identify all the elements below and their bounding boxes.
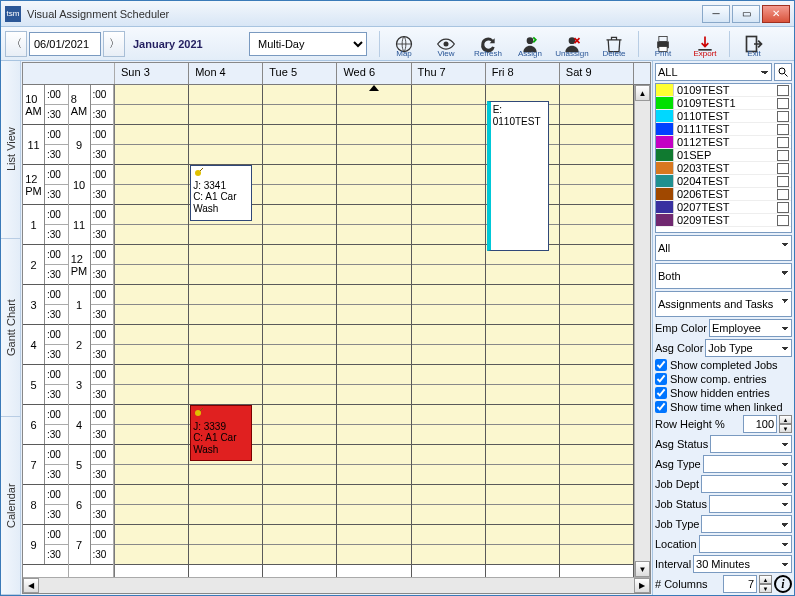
employee-row[interactable]: 0209TEST <box>656 214 791 227</box>
refresh-button[interactable]: Refresh <box>468 29 508 59</box>
day-column[interactable] <box>412 85 486 577</box>
job-dept-select[interactable] <box>701 475 792 493</box>
day-column[interactable] <box>337 85 411 577</box>
hour-label: 11 <box>23 125 45 164</box>
columns-spinner[interactable]: ▲▼ <box>759 575 772 593</box>
filter-assignments-select[interactable]: Assignments and Tasks <box>655 291 792 317</box>
employee-checkbox[interactable] <box>777 215 789 226</box>
location-select[interactable] <box>699 535 792 553</box>
employee-row[interactable]: 0109TEST1 <box>656 97 791 110</box>
columns-input[interactable] <box>723 575 757 593</box>
interval-select[interactable]: 30 Minutes <box>693 555 792 573</box>
employee-checkbox[interactable] <box>777 111 789 122</box>
maximize-button[interactable]: ▭ <box>732 5 760 23</box>
chk-show-comp-entries[interactable]: Show comp. entries <box>655 373 792 385</box>
employee-checkbox[interactable] <box>777 176 789 187</box>
employee-row[interactable]: 01SEP <box>656 149 791 162</box>
day-header[interactable]: Mon 4 <box>189 63 263 84</box>
next-button[interactable]: 〉 <box>103 31 125 57</box>
horizontal-scrollbar[interactable]: ◀ ▶ <box>23 577 650 593</box>
employee-row[interactable]: 0207TEST <box>656 201 791 214</box>
employee-row[interactable]: 0109TEST <box>656 84 791 97</box>
asg-color-select[interactable]: Job Type <box>705 339 792 357</box>
hour-label: 6 <box>23 405 45 444</box>
export-button[interactable]: Export <box>685 29 725 59</box>
employee-checkbox[interactable] <box>777 137 789 148</box>
day-column[interactable] <box>560 85 634 577</box>
day-column[interactable]: J: 3341C: A1 CarWashJ: 3339C: A1 CarWash <box>189 85 263 577</box>
day-header[interactable]: Sat 9 <box>560 63 634 84</box>
delete-button[interactable]: Delete <box>594 29 634 59</box>
employee-list[interactable]: 0109TEST0109TEST10110TEST0111TEST0112TES… <box>655 83 792 233</box>
employee-row[interactable]: 0206TEST <box>656 188 791 201</box>
tab-gantt-chart[interactable]: Gantt Chart <box>1 239 20 417</box>
window-title: Visual Assignment Scheduler <box>27 8 702 20</box>
scroll-right-button[interactable]: ▶ <box>634 578 650 593</box>
tab-list-view[interactable]: List View <box>1 61 20 239</box>
day-column[interactable]: E:0110TEST <box>486 85 560 577</box>
asg-color-label: Asg Color <box>655 342 703 354</box>
chk-show-time-linked[interactable]: Show time when linked <box>655 401 792 413</box>
appointment-card[interactable]: J: 3341C: A1 CarWash <box>190 165 252 221</box>
employee-checkbox[interactable] <box>777 85 789 96</box>
view-mode-select[interactable]: Multi-Day <box>249 32 367 56</box>
color-swatch <box>656 149 674 161</box>
scroll-down-button[interactable]: ▼ <box>635 561 650 577</box>
job-status-select[interactable] <box>709 495 792 513</box>
prev-button[interactable]: 〈 <box>5 31 27 57</box>
day-columns[interactable]: J: 3341C: A1 CarWashJ: 3339C: A1 CarWash… <box>115 85 634 577</box>
date-input[interactable] <box>29 32 101 56</box>
employee-row[interactable]: 0112TEST <box>656 136 791 149</box>
job-type-select[interactable] <box>701 515 792 533</box>
chk-show-completed[interactable]: Show completed Jobs <box>655 359 792 371</box>
filter-both-select[interactable]: Both <box>655 263 792 289</box>
color-swatch <box>656 123 674 135</box>
employee-row[interactable]: 0110TEST <box>656 110 791 123</box>
day-header[interactable]: Fri 8 <box>486 63 560 84</box>
left-tab-bar: List View Gantt Chart Calendar <box>1 61 21 595</box>
day-header[interactable]: Wed 6 <box>337 63 411 84</box>
appointment-card[interactable]: E:0110TEST <box>487 101 549 251</box>
day-column[interactable] <box>263 85 337 577</box>
view-button[interactable]: View <box>426 29 466 59</box>
day-column[interactable] <box>115 85 189 577</box>
day-header[interactable]: Tue 5 <box>263 63 337 84</box>
vertical-scrollbar[interactable]: ▲ ▼ <box>634 85 650 577</box>
employee-checkbox[interactable] <box>777 202 789 213</box>
asg-type-select[interactable] <box>703 455 792 473</box>
employee-row[interactable]: 0111TEST <box>656 123 791 136</box>
employee-checkbox[interactable] <box>777 150 789 161</box>
day-header[interactable]: Thu 7 <box>412 63 486 84</box>
employee-checkbox[interactable] <box>777 124 789 135</box>
hour-label: 5 <box>23 365 45 404</box>
assign-button[interactable]: Assign <box>510 29 550 59</box>
minimize-button[interactable]: ─ <box>702 5 730 23</box>
close-button[interactable]: ✕ <box>762 5 790 23</box>
emp-color-select[interactable]: Employee <box>709 319 792 337</box>
exit-button[interactable]: Exit <box>734 29 774 59</box>
filter-all-select[interactable]: All <box>655 235 792 261</box>
employee-row[interactable]: 0203TEST <box>656 162 791 175</box>
employee-filter-select[interactable]: ALL <box>655 63 772 81</box>
search-icon[interactable] <box>774 63 792 81</box>
employee-name: 0203TEST <box>676 162 777 174</box>
day-header[interactable]: Sun 3 <box>115 63 189 84</box>
employee-row[interactable]: 0204TEST <box>656 175 791 188</box>
scroll-left-button[interactable]: ◀ <box>23 578 39 593</box>
appointment-card[interactable]: J: 3339C: A1 CarWash <box>190 405 252 461</box>
scroll-up-button[interactable]: ▲ <box>635 85 650 101</box>
info-icon[interactable]: i <box>774 575 792 593</box>
asg-status-select[interactable] <box>710 435 792 453</box>
chk-show-hidden[interactable]: Show hidden entries <box>655 387 792 399</box>
map-button[interactable]: Map <box>384 29 424 59</box>
tab-calendar[interactable]: Calendar <box>1 417 20 595</box>
row-height-input[interactable] <box>743 415 777 433</box>
hour-label: 7 <box>69 525 91 564</box>
employee-checkbox[interactable] <box>777 98 789 109</box>
color-swatch <box>656 97 674 109</box>
employee-checkbox[interactable] <box>777 189 789 200</box>
employee-checkbox[interactable] <box>777 163 789 174</box>
unassign-button[interactable]: Unassign <box>552 29 592 59</box>
row-height-spinner[interactable]: ▲▼ <box>779 415 792 433</box>
print-button[interactable]: Print <box>643 29 683 59</box>
